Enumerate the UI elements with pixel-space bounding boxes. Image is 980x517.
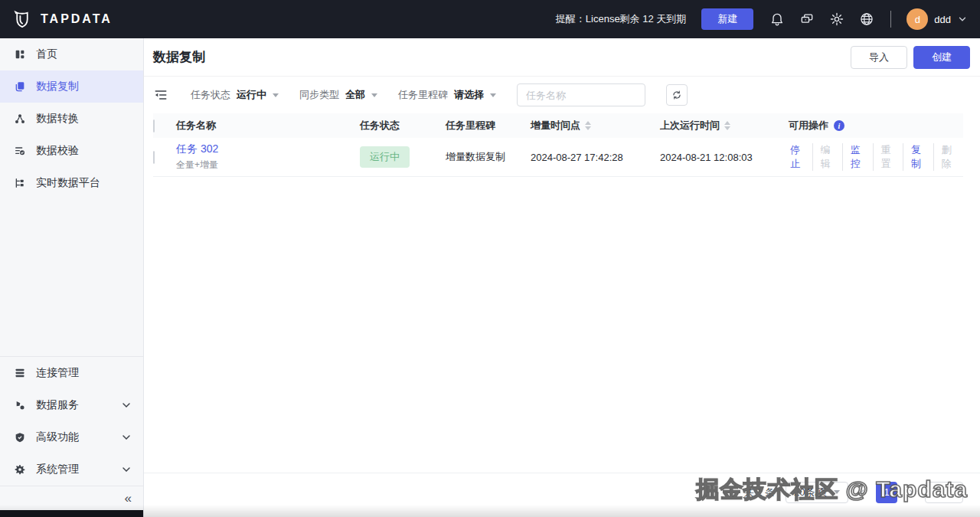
sync-type-value: 全部 xyxy=(345,88,365,102)
sidebar-item-data-services[interactable]: 数据服务 xyxy=(0,389,143,421)
main-content: 数据复制 导入 创建 任务状态 运行中 同步类型 全部 任务里程碑 请 xyxy=(144,38,980,517)
page-jump-input[interactable] xyxy=(925,482,963,503)
task-status-value: 运行中 xyxy=(237,88,266,102)
data-validation-icon xyxy=(14,145,26,157)
prev-page-button[interactable] xyxy=(856,482,868,503)
sidebar-item-label: 系统管理 xyxy=(36,463,79,476)
sidebar-item-label: 高级功能 xyxy=(36,430,79,444)
total-count: 共 1 条 xyxy=(743,486,774,499)
sidebar: 首页 数据复制 数据转换 数据校验 实时数据平台 连接管理 数据服务 xyxy=(0,38,144,517)
action-monitor[interactable]: 监控 xyxy=(842,143,873,171)
sidebar-item-data-validation[interactable]: 数据校验 xyxy=(0,135,143,167)
import-button[interactable]: 导入 xyxy=(851,46,907,69)
sidebar-item-data-replication[interactable]: 数据复制 xyxy=(0,70,143,103)
tapdata-logo[interactable]: TAPDATA xyxy=(11,8,113,31)
milestone-filter[interactable]: 任务里程碑 请选择 xyxy=(398,88,496,102)
page-size-value: 20条/页 xyxy=(794,486,828,499)
collapse-icon: « xyxy=(125,491,132,506)
sidebar-item-realtime-platform[interactable]: 实时数据平台 xyxy=(0,167,143,199)
sidebar-item-label: 数据复制 xyxy=(36,80,79,93)
page-size-select[interactable]: 20条/页 xyxy=(786,482,848,503)
milestone-label: 任务里程碑 xyxy=(398,88,448,102)
action-stop[interactable]: 停止 xyxy=(789,143,812,171)
caret-down-icon xyxy=(371,93,377,100)
next-page-button[interactable] xyxy=(905,482,917,503)
data-service-icon xyxy=(14,399,26,411)
sidebar-item-home[interactable]: 首页 xyxy=(0,38,143,70)
new-task-button[interactable]: 新建 xyxy=(701,8,753,30)
sidebar-spacer xyxy=(0,199,143,356)
task-table: 任务名称 任务状态 任务里程碑 增量时间点 上次运行时间 可用操作 xyxy=(144,113,980,473)
status-badge: 运行中 xyxy=(360,146,410,168)
col-last-run-time: 上次运行时间 xyxy=(660,119,720,133)
task-name-link[interactable]: 任务 302 xyxy=(176,142,360,156)
filter-bar: 任务状态 运行中 同步类型 全部 任务里程碑 请选择 xyxy=(144,77,980,113)
chevron-down-icon xyxy=(120,431,132,443)
sort-last-run-time[interactable] xyxy=(724,121,730,130)
table-header-row: 任务名称 任务状态 任务里程碑 增量时间点 上次运行时间 可用操作 xyxy=(153,113,963,138)
task-status-label: 任务状态 xyxy=(191,88,230,102)
language-globe-icon[interactable] xyxy=(858,11,875,28)
col-milestone: 任务里程碑 xyxy=(446,119,531,133)
username: ddd xyxy=(934,14,951,25)
refresh-button[interactable] xyxy=(666,84,688,106)
chevron-down-icon xyxy=(120,463,132,476)
action-delete: 删除 xyxy=(933,143,964,171)
sidebar-item-label: 数据校验 xyxy=(36,144,79,158)
select-all-checkbox[interactable] xyxy=(153,119,155,133)
bell-icon[interactable] xyxy=(769,11,786,28)
caret-down-icon xyxy=(490,93,496,100)
refresh-icon xyxy=(671,90,682,100)
data-replication-icon xyxy=(14,80,26,93)
collapse-sidebar-button[interactable]: « xyxy=(0,486,143,510)
row-actions: 停止 编辑 监控 重置 复制 删除 xyxy=(789,143,963,171)
action-copy[interactable]: 复制 xyxy=(903,143,933,171)
caret-down-icon xyxy=(273,93,279,100)
sidebar-item-label: 连接管理 xyxy=(36,366,79,380)
user-menu[interactable]: d ddd xyxy=(906,8,968,30)
system-gear-icon xyxy=(14,463,26,476)
sidebar-bottom-strip xyxy=(0,510,143,517)
home-dashboard-icon xyxy=(14,48,26,61)
sidebar-item-connection-management[interactable]: 连接管理 xyxy=(0,357,143,389)
action-edit: 编辑 xyxy=(812,143,843,171)
task-sync-type: 全量+增量 xyxy=(176,159,360,172)
filter-collapse-icon[interactable] xyxy=(153,87,170,103)
task-name-search-input[interactable] xyxy=(517,83,645,106)
settings-gear-icon[interactable] xyxy=(828,11,845,28)
current-page-button[interactable]: 1 xyxy=(876,482,897,503)
license-notice: 提醒：License剩余 12 天到期 xyxy=(556,12,687,26)
sidebar-item-label: 实时数据平台 xyxy=(36,176,100,190)
create-button[interactable]: 创建 xyxy=(913,46,970,69)
data-transform-icon xyxy=(14,113,26,125)
sidebar-item-system-management[interactable]: 系统管理 xyxy=(0,453,143,486)
col-task-status: 任务状态 xyxy=(360,119,446,133)
col-incremental-time: 增量时间点 xyxy=(531,119,580,133)
connection-icon xyxy=(14,367,26,379)
pagination: 共 1 条 20条/页 1 xyxy=(144,473,980,517)
top-bar: TAPDATA 提醒：License剩余 12 天到期 新建 xyxy=(0,0,980,38)
row-checkbox[interactable] xyxy=(153,151,155,164)
sort-incremental-time[interactable] xyxy=(585,121,591,130)
info-icon[interactable] xyxy=(834,120,844,131)
caret-down-icon xyxy=(834,490,840,497)
chevron-down-icon xyxy=(957,14,968,25)
task-milestone: 增量数据复制 xyxy=(446,150,531,164)
action-reset: 重置 xyxy=(873,143,903,171)
task-status-filter[interactable]: 任务状态 运行中 xyxy=(191,88,279,102)
table-row: 任务 302 全量+增量 运行中 增量数据复制 2024-08-27 17:42… xyxy=(153,138,963,177)
sidebar-item-data-transform[interactable]: 数据转换 xyxy=(0,103,143,135)
tapdata-logo-icon xyxy=(11,8,34,31)
col-actions: 可用操作 xyxy=(789,119,828,133)
incremental-time: 2024-08-27 17:42:28 xyxy=(531,152,660,163)
page-title: 数据复制 xyxy=(153,48,205,66)
advanced-features-icon xyxy=(14,431,26,443)
sidebar-item-advanced-features[interactable]: 高级功能 xyxy=(0,421,143,453)
sync-type-filter[interactable]: 同步类型 全部 xyxy=(299,88,377,102)
col-task-name: 任务名称 xyxy=(176,119,360,133)
sync-type-label: 同步类型 xyxy=(299,88,339,102)
chevron-down-icon xyxy=(120,399,132,411)
help-chat-icon[interactable] xyxy=(799,11,815,28)
brand-text: TAPDATA xyxy=(41,12,113,26)
sidebar-item-label: 数据服务 xyxy=(36,398,79,412)
